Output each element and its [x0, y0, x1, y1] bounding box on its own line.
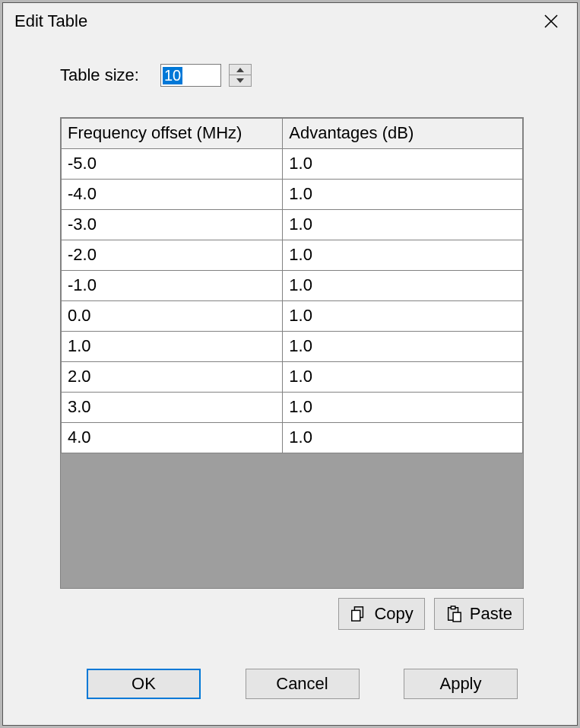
close-button[interactable]	[536, 6, 566, 37]
table-row[interactable]: 4.01.0	[62, 423, 523, 453]
table-size-row: Table size: 10	[60, 64, 524, 87]
cell-advantages[interactable]: 1.0	[283, 240, 523, 271]
cell-frequency[interactable]: -2.0	[62, 240, 283, 271]
copy-paste-toolbar: Copy Paste	[60, 598, 524, 630]
cell-frequency[interactable]: 4.0	[62, 423, 283, 453]
cell-advantages[interactable]: 1.0	[283, 301, 523, 332]
table-row[interactable]: -5.01.0	[62, 149, 523, 180]
copy-button-label: Copy	[374, 604, 413, 624]
table-header-row: Frequency offset (MHz) Advantages (dB)	[62, 119, 523, 149]
cell-frequency[interactable]: 2.0	[62, 362, 283, 393]
spinner-down-button[interactable]	[229, 75, 252, 87]
paste-button-label: Paste	[470, 604, 512, 624]
table-row[interactable]: -2.01.0	[62, 240, 523, 271]
table-row[interactable]: 0.01.0	[62, 301, 523, 332]
dialog-content: Table size: 10	[3, 40, 577, 669]
svg-rect-1	[352, 610, 360, 621]
table-row[interactable]: -4.01.0	[62, 180, 523, 210]
svg-rect-4	[453, 612, 461, 622]
cell-advantages[interactable]: 1.0	[283, 362, 523, 393]
table-size-input[interactable]: 10	[160, 64, 221, 87]
cell-frequency[interactable]: -1.0	[62, 271, 283, 301]
table-row[interactable]: -1.01.0	[62, 271, 523, 301]
table-row[interactable]: 3.01.0	[62, 393, 523, 423]
dialog-window: Edit Table Table size: 10	[2, 2, 578, 726]
table-row[interactable]: -3.01.0	[62, 210, 523, 240]
cell-advantages[interactable]: 1.0	[283, 332, 523, 362]
table-size-spinner: 10	[160, 64, 252, 87]
paste-button[interactable]: Paste	[434, 598, 524, 630]
titlebar: Edit Table	[3, 3, 577, 40]
svg-rect-3	[451, 606, 455, 609]
cell-frequency[interactable]: -5.0	[62, 149, 283, 180]
chevron-up-icon	[236, 68, 244, 72]
spinner-up-button[interactable]	[229, 64, 252, 75]
table-header-advantages[interactable]: Advantages (dB)	[283, 119, 523, 149]
dialog-footer: OK Cancel Apply	[3, 669, 577, 725]
cell-frequency[interactable]: 1.0	[62, 332, 283, 362]
ok-button[interactable]: OK	[87, 669, 201, 699]
dialog-title: Edit Table	[14, 11, 87, 31]
table-header-frequency[interactable]: Frequency offset (MHz)	[62, 119, 283, 149]
data-table-container: Frequency offset (MHz) Advantages (dB) -…	[60, 117, 524, 589]
table-row[interactable]: 1.01.0	[62, 332, 523, 362]
cell-frequency[interactable]: 0.0	[62, 301, 283, 332]
table-size-label: Table size:	[60, 65, 139, 85]
cell-advantages[interactable]: 1.0	[283, 271, 523, 301]
cell-advantages[interactable]: 1.0	[283, 423, 523, 453]
cell-frequency[interactable]: 3.0	[62, 393, 283, 423]
data-table[interactable]: Frequency offset (MHz) Advantages (dB) -…	[61, 118, 523, 453]
cell-advantages[interactable]: 1.0	[283, 210, 523, 240]
spinner-buttons	[229, 64, 252, 87]
chevron-down-icon	[236, 78, 244, 83]
paste-icon	[445, 606, 462, 622]
cell-frequency[interactable]: -3.0	[62, 210, 283, 240]
cell-advantages[interactable]: 1.0	[283, 149, 523, 180]
table-row[interactable]: 2.01.0	[62, 362, 523, 393]
copy-button[interactable]: Copy	[338, 598, 424, 630]
close-icon	[544, 14, 559, 29]
copy-icon	[350, 606, 366, 622]
cell-advantages[interactable]: 1.0	[283, 180, 523, 210]
cancel-button[interactable]: Cancel	[246, 669, 360, 699]
cell-frequency[interactable]: -4.0	[62, 180, 283, 210]
apply-button[interactable]: Apply	[404, 669, 518, 699]
cell-advantages[interactable]: 1.0	[283, 393, 523, 423]
